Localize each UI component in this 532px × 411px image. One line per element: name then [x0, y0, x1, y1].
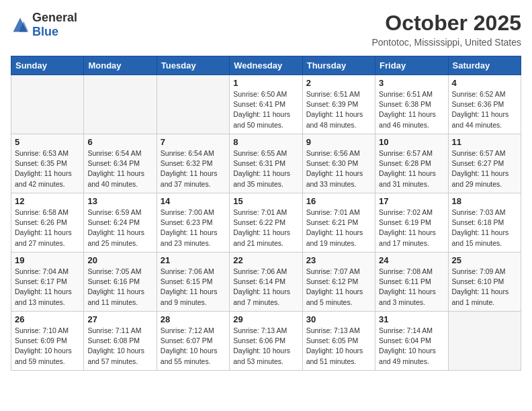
day-number: 8	[233, 137, 298, 147]
day-info: Sunrise: 6:52 AM Sunset: 6:36 PM Dayligh…	[452, 89, 517, 130]
calendar-cell: 19Sunrise: 7:04 AM Sunset: 6:17 PM Dayli…	[11, 253, 84, 312]
title-section: October 2025 Pontotoc, Mississippi, Unit…	[371, 11, 521, 48]
weekday-header-monday: Monday	[84, 56, 157, 75]
day-info: Sunrise: 7:13 AM Sunset: 6:05 PM Dayligh…	[306, 326, 371, 367]
day-info: Sunrise: 6:58 AM Sunset: 6:26 PM Dayligh…	[15, 208, 80, 248]
day-info: Sunrise: 6:54 AM Sunset: 6:34 PM Dayligh…	[87, 148, 152, 189]
day-number: 23	[306, 255, 371, 265]
day-info: Sunrise: 7:06 AM Sunset: 6:15 PM Dayligh…	[161, 267, 226, 308]
calendar-cell	[448, 312, 521, 371]
calendar-cell: 23Sunrise: 7:07 AM Sunset: 6:12 PM Dayli…	[302, 253, 375, 312]
calendar-cell: 17Sunrise: 7:02 AM Sunset: 6:19 PM Dayli…	[375, 193, 448, 253]
calendar-week-5: 26Sunrise: 7:10 AM Sunset: 6:09 PM Dayli…	[11, 312, 521, 371]
calendar-cell: 16Sunrise: 7:01 AM Sunset: 6:21 PM Dayli…	[302, 193, 375, 253]
calendar-cell: 28Sunrise: 7:12 AM Sunset: 6:07 PM Dayli…	[157, 312, 229, 371]
calendar-week-4: 19Sunrise: 7:04 AM Sunset: 6:17 PM Dayli…	[11, 253, 521, 312]
day-info: Sunrise: 7:00 AM Sunset: 6:23 PM Dayligh…	[161, 208, 226, 248]
calendar-cell: 2Sunrise: 6:51 AM Sunset: 6:39 PM Daylig…	[302, 75, 375, 134]
calendar-cell: 1Sunrise: 6:50 AM Sunset: 6:41 PM Daylig…	[230, 75, 302, 134]
day-number: 30	[306, 314, 371, 324]
page-header: General Blue October 2025 Pontotoc, Miss…	[11, 11, 521, 48]
calendar-cell: 21Sunrise: 7:06 AM Sunset: 6:15 PM Dayli…	[157, 253, 229, 312]
calendar-cell: 12Sunrise: 6:58 AM Sunset: 6:26 PM Dayli…	[11, 193, 84, 253]
day-info: Sunrise: 6:51 AM Sunset: 6:38 PM Dayligh…	[379, 89, 444, 130]
weekday-header-thursday: Thursday	[302, 56, 375, 75]
calendar-cell: 15Sunrise: 7:01 AM Sunset: 6:22 PM Dayli…	[230, 193, 302, 253]
calendar-cell: 14Sunrise: 7:00 AM Sunset: 6:23 PM Dayli…	[157, 193, 229, 253]
day-info: Sunrise: 6:54 AM Sunset: 6:32 PM Dayligh…	[161, 148, 226, 189]
day-number: 16	[306, 196, 371, 206]
day-number: 26	[15, 314, 80, 324]
day-number: 13	[87, 196, 152, 206]
day-number: 6	[87, 137, 152, 147]
day-info: Sunrise: 7:04 AM Sunset: 6:17 PM Dayligh…	[15, 267, 80, 308]
day-info: Sunrise: 7:06 AM Sunset: 6:14 PM Dayligh…	[233, 267, 298, 308]
logo-general: General	[32, 11, 77, 24]
day-number: 31	[379, 314, 444, 324]
calendar-cell: 30Sunrise: 7:13 AM Sunset: 6:05 PM Dayli…	[302, 312, 375, 371]
day-number: 11	[452, 137, 517, 147]
day-number: 27	[87, 314, 152, 324]
day-number: 1	[233, 78, 298, 88]
day-info: Sunrise: 6:50 AM Sunset: 6:41 PM Dayligh…	[233, 89, 298, 130]
calendar-cell: 29Sunrise: 7:13 AM Sunset: 6:06 PM Dayli…	[230, 312, 302, 371]
day-number: 22	[233, 255, 298, 265]
day-number: 2	[306, 78, 371, 88]
logo-blue: Blue	[32, 25, 58, 38]
weekday-header-sunday: Sunday	[11, 56, 84, 75]
location: Pontotoc, Mississippi, United States	[371, 37, 521, 48]
day-info: Sunrise: 7:13 AM Sunset: 6:06 PM Dayligh…	[233, 326, 298, 367]
calendar-cell: 6Sunrise: 6:54 AM Sunset: 6:34 PM Daylig…	[84, 134, 157, 193]
calendar-cell: 27Sunrise: 7:11 AM Sunset: 6:08 PM Dayli…	[84, 312, 157, 371]
day-info: Sunrise: 7:03 AM Sunset: 6:18 PM Dayligh…	[452, 208, 517, 248]
calendar-cell: 25Sunrise: 7:09 AM Sunset: 6:10 PM Dayli…	[448, 253, 521, 312]
weekday-header-friday: Friday	[375, 56, 448, 75]
day-number: 7	[161, 137, 226, 147]
day-info: Sunrise: 6:51 AM Sunset: 6:39 PM Dayligh…	[306, 89, 371, 130]
day-info: Sunrise: 6:56 AM Sunset: 6:30 PM Dayligh…	[306, 148, 371, 189]
calendar-cell	[157, 75, 229, 134]
calendar-cell	[11, 75, 84, 134]
calendar-cell: 5Sunrise: 6:53 AM Sunset: 6:35 PM Daylig…	[11, 134, 84, 193]
calendar-cell: 31Sunrise: 7:14 AM Sunset: 6:04 PM Dayli…	[375, 312, 448, 371]
day-number: 28	[161, 314, 226, 324]
calendar-cell: 26Sunrise: 7:10 AM Sunset: 6:09 PM Dayli…	[11, 312, 84, 371]
day-info: Sunrise: 6:57 AM Sunset: 6:28 PM Dayligh…	[379, 148, 444, 189]
day-info: Sunrise: 7:02 AM Sunset: 6:19 PM Dayligh…	[379, 208, 444, 248]
calendar-week-1: 1Sunrise: 6:50 AM Sunset: 6:41 PM Daylig…	[11, 75, 521, 134]
day-number: 10	[379, 137, 444, 147]
day-number: 12	[15, 196, 80, 206]
day-number: 19	[15, 255, 80, 265]
logo: General Blue	[11, 11, 77, 39]
calendar-week-3: 12Sunrise: 6:58 AM Sunset: 6:26 PM Dayli…	[11, 193, 521, 253]
day-info: Sunrise: 6:53 AM Sunset: 6:35 PM Dayligh…	[15, 148, 80, 189]
day-number: 3	[379, 78, 444, 88]
day-info: Sunrise: 6:59 AM Sunset: 6:24 PM Dayligh…	[87, 208, 152, 248]
calendar-cell: 20Sunrise: 7:05 AM Sunset: 6:16 PM Dayli…	[84, 253, 157, 312]
day-number: 21	[161, 255, 226, 265]
day-number: 9	[306, 137, 371, 147]
day-number: 18	[452, 196, 517, 206]
calendar-cell: 4Sunrise: 6:52 AM Sunset: 6:36 PM Daylig…	[448, 75, 521, 134]
day-number: 29	[233, 314, 298, 324]
day-info: Sunrise: 6:57 AM Sunset: 6:27 PM Dayligh…	[452, 148, 517, 189]
day-info: Sunrise: 7:05 AM Sunset: 6:16 PM Dayligh…	[87, 267, 152, 308]
calendar-cell: 24Sunrise: 7:08 AM Sunset: 6:11 PM Dayli…	[375, 253, 448, 312]
day-info: Sunrise: 7:01 AM Sunset: 6:22 PM Dayligh…	[233, 208, 298, 248]
weekday-header-wednesday: Wednesday	[230, 56, 302, 75]
weekday-header-tuesday: Tuesday	[157, 56, 229, 75]
day-info: Sunrise: 7:11 AM Sunset: 6:08 PM Dayligh…	[87, 326, 152, 367]
calendar-cell	[84, 75, 157, 134]
calendar-cell: 8Sunrise: 6:55 AM Sunset: 6:31 PM Daylig…	[230, 134, 302, 193]
day-number: 20	[87, 255, 152, 265]
day-info: Sunrise: 7:10 AM Sunset: 6:09 PM Dayligh…	[15, 326, 80, 367]
calendar-cell: 18Sunrise: 7:03 AM Sunset: 6:18 PM Dayli…	[448, 193, 521, 253]
logo-text: General Blue	[32, 11, 77, 39]
calendar-cell: 11Sunrise: 6:57 AM Sunset: 6:27 PM Dayli…	[448, 134, 521, 193]
day-number: 5	[15, 137, 80, 147]
day-number: 15	[233, 196, 298, 206]
calendar-cell: 3Sunrise: 6:51 AM Sunset: 6:38 PM Daylig…	[375, 75, 448, 134]
month-title: October 2025	[371, 11, 521, 36]
day-info: Sunrise: 7:14 AM Sunset: 6:04 PM Dayligh…	[379, 326, 444, 367]
day-info: Sunrise: 7:01 AM Sunset: 6:21 PM Dayligh…	[306, 208, 371, 248]
